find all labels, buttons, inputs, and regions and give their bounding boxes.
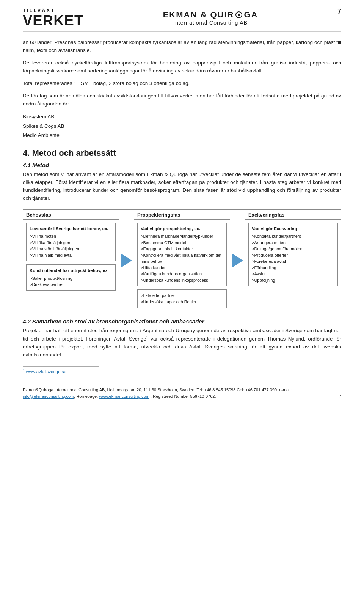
footnote-sup: 1 [23, 368, 25, 372]
exek-item-2: >Arrangera möten [252, 240, 334, 246]
arrow-right-icon-2 [232, 254, 243, 267]
paragraph-4: De företag som är anmälda och skickat av… [23, 92, 341, 108]
footer-text2: , Homepage: [74, 394, 99, 399]
footer-email-link[interactable]: info@ekmanconsulting.com [23, 394, 74, 399]
exekveringsfas-column: Exekveringsfas Vad vi gör Exekvering >Ko… [245, 210, 341, 311]
quiroga-o-icon [235, 11, 242, 18]
kund-utland-title: Kund i utlandet har uttryckt behov, ex. [30, 267, 112, 274]
arrow-2 [230, 210, 245, 311]
paragraph-5: Den metod som vi har använt är en affärs… [23, 171, 341, 202]
footnote-link[interactable]: www.avfallsverige.se [26, 369, 66, 374]
prosp-item-1: >Definiera marknader/länder/typkunder [141, 233, 223, 240]
partner-box: >Leta efter partner >Undersöka Lagar och… [137, 289, 227, 308]
partner-item-2: >Undersöka Lagar och Regler [141, 299, 223, 305]
prospekteringsfas-header: Prospekteringsfas [134, 210, 230, 220]
footer-page-number: 7 [339, 393, 341, 400]
arrow-1 [119, 210, 134, 311]
kund-item-2: >Direkt/via partner [30, 281, 112, 288]
leverantor-box: Leverantör i Sverige har ett behov, ex. … [26, 223, 116, 261]
footer-homepage-link[interactable]: www.ekmanconsulting.com [99, 394, 149, 399]
prosp-item-7: >Undersöka kundens inköpsprocess [141, 277, 223, 284]
exek-item-4: >Producera offerter [252, 252, 334, 259]
arrow-right-icon [121, 254, 132, 267]
leverantor-title: Leverantör i Sverige har ett behov, ex. [30, 226, 112, 232]
exek-item-7: >Avslut [252, 271, 334, 277]
section-41-title: 4.1 Metod [23, 162, 341, 168]
paragraph-3: Total representerades 11 SME bolag, 2 st… [23, 80, 341, 88]
exek-item-1: >Kontakta kunder/partners [252, 233, 334, 240]
paragraph-6: Projektet har haft ett enormt stöd från … [23, 327, 341, 359]
section-4-title: 4. Metod och arbetssätt [23, 148, 341, 158]
exekveringsfas-header: Exekveringsfas [245, 210, 341, 220]
company-list: Biosystem AB Spikes & Cogs AB Medio Ambi… [23, 112, 341, 140]
paragraph-2: De levererar också nyckelfärdiga lufttra… [23, 59, 341, 75]
leverantor-item-4: >Vill ha hjälp med avtal [30, 252, 112, 259]
behovsfas-header: Behovsfas [23, 210, 119, 220]
page-number: 7 [337, 8, 341, 16]
ekman-quiroga-logo: EKMAN & QUIR GA International Consulting… [163, 10, 258, 26]
footer-text: Ekman&Quiroga International Consulting A… [23, 388, 292, 392]
exek-item-5: >Förebereda avtal [252, 258, 334, 265]
body-content: än 60 länder! Presonas balpressar produc… [23, 39, 341, 374]
company-subtitle: International Consulting AB [163, 20, 258, 26]
exek-item-6: >Förhandling [252, 265, 334, 271]
partner-item-1: >Leta efter partner [141, 292, 223, 299]
exek-item-8: >Uppföljning [252, 277, 334, 284]
leverantor-item-2: >Vill öka försäljningen [30, 240, 112, 246]
leverantor-item-1: >Vill ha möten [30, 233, 112, 240]
exekvering-title: Vad vi gör Exekvering [252, 226, 334, 232]
footnote-divider [23, 366, 99, 367]
prospektering-title: Vad vi gör prospektering, ex. [141, 226, 223, 232]
prospektering-box: Vad vi gör prospektering, ex. >Definiera… [137, 223, 227, 286]
footer-text3: , Registered Number 556710-0762. [149, 394, 216, 399]
prosp-item-6: >Kartlägga kundens organisation [141, 271, 223, 277]
kund-item-1: >Söker produkt/lösning [30, 275, 112, 282]
kund-utland-box: Kund i utlandet har uttryckt behov, ex. … [26, 264, 116, 290]
list-item: Medio Ambiente [23, 131, 341, 140]
tillvaxtverket-logo: TILLVÄXT VER KET [23, 8, 83, 28]
prosp-item-3: >Engagera Lokala kontakter [141, 246, 223, 252]
business-model-diagram: Behovsfas Leverantör i Sverige har ett b… [23, 209, 341, 311]
footnote: 1 www.avfallsverige.se [23, 368, 341, 374]
prosp-item-4: >Kontrollera med vårt lokala nätverk om … [141, 252, 223, 265]
page-header: TILLVÄXT VER KET EKMAN & QUIR GA Interna… [23, 0, 341, 32]
prosp-item-5: >Hitta kunder [141, 265, 223, 271]
leverantor-item-3: >Vill ha stöd i försäljningen [30, 246, 112, 252]
list-item: Biosystem AB [23, 112, 341, 121]
exek-item-3: >Deltaga/genomföra möten [252, 246, 334, 252]
prospekteringsfas-column: Prospekteringsfas Vad vi gör prospekteri… [134, 210, 230, 311]
page-footer: Ekman&Quiroga International Consulting A… [23, 385, 341, 399]
behovsfas-column: Behovsfas Leverantör i Sverige har ett b… [23, 210, 119, 311]
list-item: Spikes & Cogs AB [23, 122, 341, 131]
paragraph-1: än 60 länder! Presonas balpressar produc… [23, 39, 341, 55]
section-42-title: 4.2 Samarbete och stöd av branschorganis… [23, 318, 341, 325]
exekvering-box: Vad vi gör Exekvering >Kontakta kunder/p… [248, 223, 338, 286]
prosp-item-2: >Bestämma GTM model [141, 240, 223, 246]
